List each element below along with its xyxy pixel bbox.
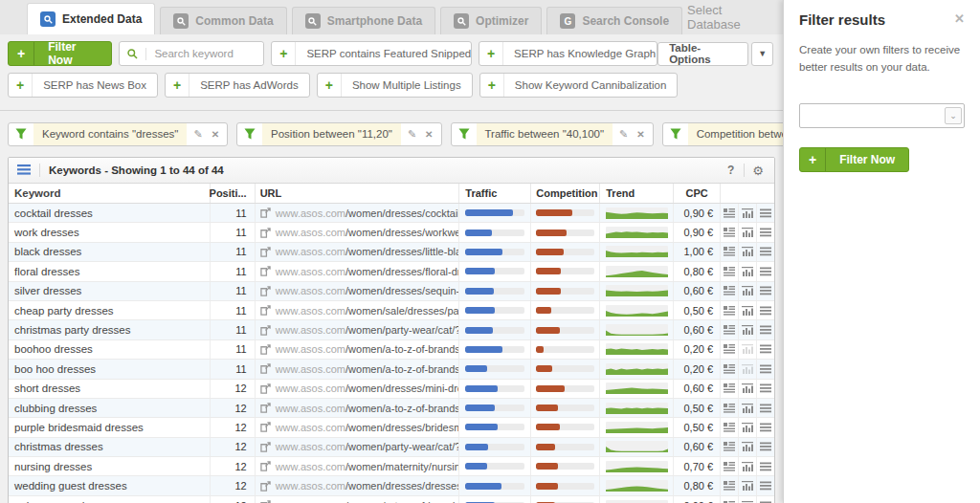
row-menu-button[interactable] (756, 243, 774, 261)
tab-optimizer[interactable]: Optimizer (440, 7, 542, 34)
table-row[interactable]: christmas dresses 12 www.asos.com/women/… (9, 438, 774, 457)
help-icon[interactable]: ? (724, 164, 738, 177)
table-row[interactable]: cheap party dresses 11 www.asos.com/wome… (9, 301, 774, 320)
table-row[interactable]: floral dresses 11 www.asos.com/women/dre… (9, 262, 774, 281)
url-cell[interactable]: www.asos.com/women/dresses/cocktail-dres… (255, 204, 459, 222)
remove-filter-icon[interactable]: ✕ (210, 129, 227, 140)
serp-preview-button[interactable] (720, 380, 738, 398)
row-menu-button[interactable] (756, 438, 774, 456)
table-row[interactable]: boo hoo dresses 11 www.asos.com/women/a-… (9, 360, 774, 379)
col-header-keyword[interactable]: Keyword (9, 184, 210, 203)
row-menu-button[interactable] (756, 301, 774, 319)
serp-preview-button[interactable] (720, 320, 738, 339)
table-row[interactable]: silver dresses 11 www.asos.com/women/dre… (9, 282, 774, 301)
sidebar-filter-now-button[interactable]: + Filter Now (799, 147, 909, 172)
url-cell[interactable]: www.asos.com/women/party-wear/cat/?cid=1… (255, 320, 459, 339)
filter-chip[interactable]: Position between "11,20" ✎ ✕ (236, 122, 441, 146)
serp-preview-button[interactable] (720, 399, 738, 417)
table-row[interactable]: black dresses 11 www.asos.com/women/dres… (9, 243, 774, 262)
table-row[interactable]: wedding guest dresses 12 www.asos.com/wo… (9, 476, 774, 495)
history-chart-button[interactable] (738, 204, 756, 222)
history-chart-button[interactable] (738, 380, 756, 398)
close-icon[interactable]: ✕ (954, 11, 965, 26)
serp-preview-button[interactable] (720, 476, 738, 494)
tab-extended-data[interactable]: Extended Data (27, 3, 155, 34)
search-input[interactable] (146, 43, 264, 64)
serp-preview-button[interactable] (720, 243, 738, 261)
tab-smartphone-data[interactable]: Smartphone Data (292, 7, 435, 34)
remove-filter-icon[interactable]: ✕ (423, 129, 440, 140)
row-menu-button[interactable] (756, 262, 774, 280)
serp-preview-button[interactable] (720, 360, 738, 378)
table-row[interactable]: short dresses 12 www.asos.com/women/dres… (9, 380, 774, 399)
serp-preview-button[interactable] (720, 223, 738, 241)
row-menu-button[interactable] (756, 457, 774, 475)
table-row[interactable]: unique prom dresses 12 www.asos.com/wome… (9, 496, 774, 503)
table-options-button[interactable]: Table-Options (657, 42, 748, 66)
row-menu-button[interactable] (756, 476, 774, 494)
col-header-cpc[interactable]: CPC (673, 184, 720, 203)
filter-chip[interactable]: Traffic between "40,100" ✎ ✕ (451, 122, 654, 146)
history-chart-button[interactable] (738, 457, 756, 475)
history-chart-button[interactable] (738, 496, 756, 503)
url-cell[interactable]: www.asos.com/women/dresses/mini-dresses/… (255, 380, 459, 398)
col-header-position[interactable]: Positi... (210, 184, 255, 203)
history-chart-button[interactable] (738, 438, 756, 456)
history-chart-button[interactable] (738, 418, 756, 436)
url-cell[interactable]: www.asos.com/women/maternity/nursing/cat… (255, 457, 459, 475)
url-cell[interactable]: www.asos.com/women/a-to-z-of-brands/fore… (255, 496, 459, 503)
history-chart-button[interactable] (738, 223, 756, 241)
list-icon[interactable] (17, 162, 31, 179)
row-menu-button[interactable] (756, 223, 774, 241)
serp-preview-button[interactable] (720, 340, 738, 359)
table-row[interactable]: christmas party dresses 11 www.asos.com/… (9, 320, 774, 339)
serp-knowledge-graph-button[interactable]: + SERP has Knowledge Graph (479, 41, 657, 66)
filter-now-button[interactable]: + Filter Now (8, 41, 112, 66)
col-header-url[interactable]: URL (255, 184, 459, 203)
serp-adwords-button[interactable]: + SERP has AdWords (165, 73, 310, 98)
row-menu-button[interactable] (756, 282, 774, 300)
row-menu-button[interactable] (756, 418, 774, 436)
serp-preview-button[interactable] (720, 301, 738, 319)
url-cell[interactable]: www.asos.com/women/dresses/little-black-… (255, 243, 459, 261)
serp-preview-button[interactable] (720, 204, 738, 222)
table-row[interactable]: purple bridesmaid dresses 12 www.asos.co… (9, 418, 774, 437)
col-header-trend[interactable]: Trend (599, 184, 673, 203)
row-menu-button[interactable] (756, 360, 774, 378)
show-keyword-cannibalization-button[interactable]: + Show Keyword Cannibalization (479, 73, 679, 98)
serp-featured-snippet-button[interactable]: + SERP contains Featured Snipped (271, 41, 472, 66)
history-chart-button[interactable] (738, 282, 756, 300)
table-row[interactable]: boohoo dresses 11 www.asos.com/women/a-t… (9, 340, 774, 360)
row-menu-button[interactable] (756, 340, 774, 359)
row-menu-button[interactable] (756, 204, 774, 222)
url-cell[interactable]: www.asos.com/women/dresses/workwear-dre… (255, 223, 459, 241)
serp-preview-button[interactable] (720, 496, 738, 503)
filter-type-select[interactable]: ⌄ (799, 103, 965, 128)
edit-filter-icon[interactable]: ✎ (401, 128, 423, 141)
col-header-competition[interactable]: Competition (530, 184, 599, 203)
col-header-traffic[interactable]: Traffic (458, 184, 530, 203)
table-row[interactable]: clubbing dresses 12 www.asos.com/women/a… (9, 399, 774, 418)
row-menu-button[interactable] (756, 320, 774, 339)
gear-icon[interactable]: ⚙ (750, 164, 766, 178)
show-multiple-listings-button[interactable]: + Show Multiple Listings (317, 73, 473, 98)
serp-preview-button[interactable] (720, 418, 738, 436)
history-chart-button[interactable] (738, 360, 756, 378)
edit-filter-icon[interactable]: ✎ (187, 128, 209, 141)
history-chart-button[interactable] (738, 340, 756, 359)
serp-preview-button[interactable] (720, 282, 738, 300)
history-chart-button[interactable] (738, 243, 756, 261)
url-cell[interactable]: www.asos.com/women/party-wear/cat/?cid=1… (255, 438, 459, 456)
history-chart-button[interactable] (738, 320, 756, 339)
url-cell[interactable]: www.asos.com/women/dresses/bridesmaid-dr… (255, 418, 459, 436)
select-database-label[interactable]: Select Database (687, 3, 773, 32)
row-menu-button[interactable] (756, 496, 774, 503)
table-row[interactable]: nursing dresses 12 www.asos.com/women/ma… (9, 457, 774, 476)
edit-filter-icon[interactable]: ✎ (612, 128, 635, 141)
url-cell[interactable]: www.asos.com/women/a-to-z-of-brands/club… (255, 399, 459, 417)
serp-preview-button[interactable] (720, 457, 738, 475)
remove-filter-icon[interactable]: ✕ (635, 129, 652, 140)
history-chart-button[interactable] (738, 301, 756, 319)
table-row[interactable]: work dresses 11 www.asos.com/women/dress… (9, 223, 774, 242)
history-chart-button[interactable] (738, 262, 756, 280)
